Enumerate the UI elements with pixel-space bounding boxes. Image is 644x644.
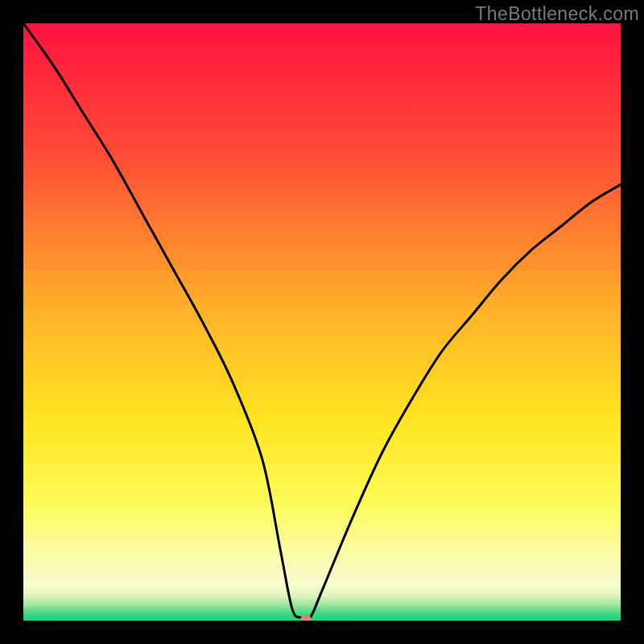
chart-svg	[23, 23, 621, 621]
chart-background	[23, 23, 621, 621]
watermark-text: TheBottleneck.com	[475, 3, 639, 25]
chart-container: TheBottleneck.com	[0, 0, 644, 644]
plot-area	[23, 23, 621, 621]
